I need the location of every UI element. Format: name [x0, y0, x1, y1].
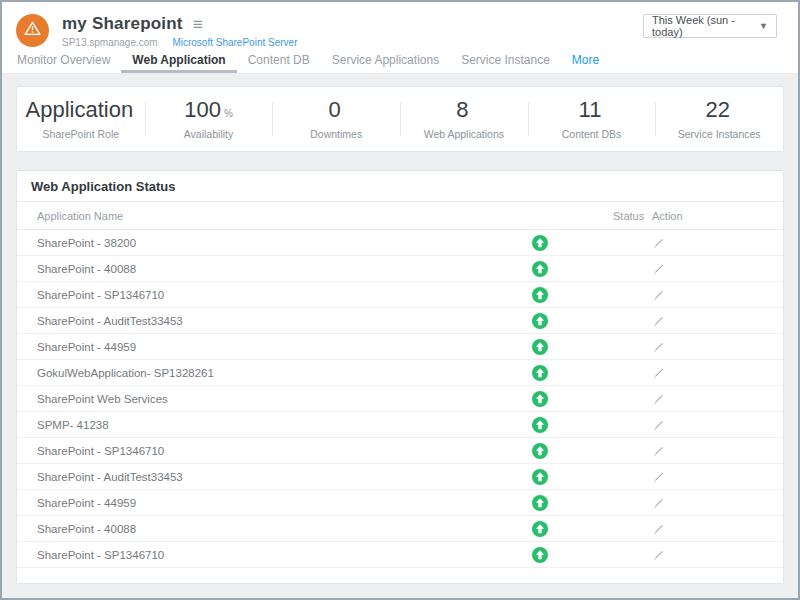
edit-icon[interactable]: [652, 548, 665, 561]
tab[interactable]: Monitor Overview: [6, 48, 121, 73]
stat-cell: 0 Downtimes: [272, 87, 400, 151]
status-up-icon: [532, 261, 548, 277]
table-body: SharePoint - 38200: [17, 230, 783, 568]
table-row: SharePoint - 44959: [17, 334, 783, 360]
stat-value: 0: [329, 99, 344, 121]
table-row: SharePoint - SP1346710: [17, 282, 783, 308]
stat-label: Web Applications: [424, 128, 504, 140]
application-name: SharePoint - 38200: [37, 237, 136, 249]
stat-cell: 11 Content DBs: [528, 87, 656, 151]
edit-icon[interactable]: [652, 418, 665, 431]
tab[interactable]: Web Application: [121, 48, 236, 73]
tab[interactable]: More: [561, 48, 610, 73]
stat-cell: Application SharePoint Role: [17, 87, 145, 151]
summary-stats-card: Application SharePoint Role 100% Availab…: [16, 86, 784, 152]
edit-icon[interactable]: [652, 522, 665, 535]
stat-value: 22: [705, 99, 732, 121]
monitor-identity: my Sharepoint ≡ SP13.spmanage.com Micros…: [62, 14, 297, 48]
application-name: SharePoint - 40088: [37, 523, 136, 535]
status-up-icon: [532, 287, 548, 303]
application-name: SharePoint Web Services: [37, 393, 168, 405]
tab[interactable]: Service Applications: [321, 48, 450, 73]
edit-icon[interactable]: [652, 314, 665, 327]
tab[interactable]: Content DB: [237, 48, 321, 73]
application-name: SharePoint - SP1346710: [37, 549, 164, 561]
stat-cell: 100% Availability: [145, 87, 273, 151]
status-up-icon: [532, 469, 548, 485]
edit-icon[interactable]: [652, 496, 665, 509]
content-area: Application SharePoint Role 100% Availab…: [2, 74, 798, 596]
application-name: SharePoint - 40088: [37, 263, 136, 275]
server-type-link[interactable]: Microsoft SharePoint Server: [172, 37, 297, 48]
application-name: GokulWebApplication- SP1328261: [37, 367, 214, 379]
status-up-icon: [532, 313, 548, 329]
application-name: SharePoint - SP1346710: [37, 445, 164, 457]
time-range-select[interactable]: This Week (sun - today) ▼: [643, 14, 777, 38]
stat-value: 11: [579, 99, 605, 121]
table-row: SharePoint - 40088: [17, 516, 783, 542]
column-header-status: Status: [613, 202, 644, 230]
app-window: my Sharepoint ≡ SP13.spmanage.com Micros…: [0, 0, 800, 600]
application-name: SPMP- 41238: [37, 419, 109, 431]
status-up-icon: [532, 365, 548, 381]
status-up-icon: [532, 235, 548, 251]
edit-icon[interactable]: [652, 366, 665, 379]
stat-cell: 22 Service Instances: [655, 87, 783, 151]
stat-suffix: %: [224, 109, 233, 119]
stat-label: Downtimes: [310, 128, 362, 140]
web-application-status-card: Web Application Status Application Name …: [16, 170, 784, 584]
status-up-icon: [532, 443, 548, 459]
chevron-down-icon: ▼: [759, 21, 768, 31]
edit-icon[interactable]: [652, 340, 665, 353]
table-row: SharePoint - 44959: [17, 490, 783, 516]
table-row: SharePoint Web Services: [17, 386, 783, 412]
tab-bar: Monitor Overview Web Application Content…: [2, 48, 798, 74]
menu-icon[interactable]: ≡: [193, 16, 203, 33]
edit-icon[interactable]: [652, 262, 665, 275]
tab[interactable]: Service Instance: [450, 48, 561, 73]
stat-label: Service Instances: [678, 128, 761, 140]
stat-value: 8: [456, 99, 471, 121]
warning-triangle-icon: [24, 21, 41, 40]
status-up-icon: [532, 339, 548, 355]
stat-value: Application: [26, 99, 137, 121]
application-name: SharePoint - AuditTest33453: [37, 471, 183, 483]
page-title: my Sharepoint: [62, 14, 183, 34]
table-row: SPMP- 41238: [17, 412, 783, 438]
stat-cell: 8 Web Applications: [400, 87, 528, 151]
table-row: SharePoint - SP1346710: [17, 438, 783, 464]
status-up-icon: [532, 521, 548, 537]
edit-icon[interactable]: [652, 444, 665, 457]
application-name: SharePoint - 44959: [37, 497, 136, 509]
column-header-application-name: Application Name: [37, 210, 123, 222]
edit-icon[interactable]: [652, 288, 665, 301]
stat-label: Content DBs: [562, 128, 622, 140]
status-up-icon: [532, 547, 548, 563]
table-row: GokulWebApplication- SP1328261: [17, 360, 783, 386]
status-up-icon: [532, 417, 548, 433]
application-name: SharePoint - AuditTest33453: [37, 315, 183, 327]
stat-label: Availability: [184, 128, 233, 140]
application-name: SharePoint - SP1346710: [37, 289, 164, 301]
monitor-status-avatar: [16, 14, 49, 47]
monitor-host: SP13.spmanage.com: [62, 37, 158, 48]
edit-icon[interactable]: [652, 236, 665, 249]
table-row: SharePoint - SP1346710: [17, 542, 783, 568]
table-row: SharePoint - AuditTest33453: [17, 308, 783, 334]
table-row: SharePoint - AuditTest33453: [17, 464, 783, 490]
header: my Sharepoint ≡ SP13.spmanage.com Micros…: [2, 2, 798, 48]
status-up-icon: [532, 391, 548, 407]
time-range-value: This Week (sun - today): [652, 14, 759, 38]
edit-icon[interactable]: [652, 470, 665, 483]
table-title: Web Application Status: [17, 171, 783, 202]
edit-icon[interactable]: [652, 392, 665, 405]
application-name: SharePoint - 44959: [37, 341, 136, 353]
column-header-action: Action: [652, 202, 683, 230]
table-row: SharePoint - 40088: [17, 256, 783, 282]
stat-label: SharePoint Role: [43, 128, 119, 140]
table-row: SharePoint - 38200: [17, 230, 783, 256]
status-up-icon: [532, 495, 548, 511]
stat-value: 100%: [184, 99, 233, 121]
table-header-row: Application Name Status Action: [17, 202, 783, 230]
